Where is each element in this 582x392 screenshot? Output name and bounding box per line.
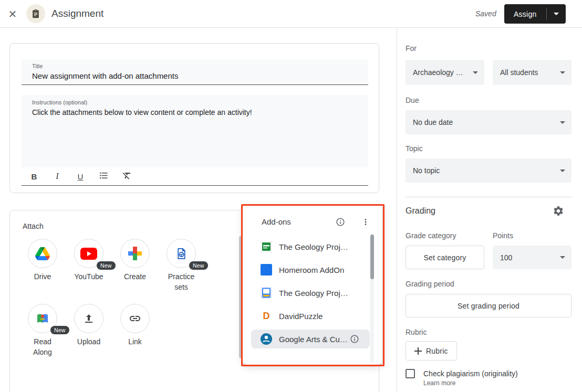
class-select[interactable]: Archaeology … — [406, 60, 484, 85]
title-field[interactable]: Title — [22, 59, 368, 85]
due-label: Due — [406, 96, 419, 104]
assignment-form-card: Title Instructions (optional) Click the … — [9, 43, 379, 193]
underline-button[interactable]: U — [75, 172, 86, 181]
chevron-down-icon — [560, 256, 565, 259]
attach-drive-button[interactable] — [28, 239, 57, 268]
addons-title: Add-ons — [262, 217, 291, 226]
davidpuzzle-icon: D — [261, 310, 272, 322]
youtube-new-badge: New — [97, 261, 116, 270]
title-field-label: Title — [32, 63, 43, 69]
grading-section-divider — [406, 197, 571, 197]
chevron-down-icon — [560, 169, 565, 172]
assign-split-button: Assign — [504, 4, 566, 24]
chevron-down-icon — [560, 121, 565, 124]
addons-popup: Add-ons The Geology Proj… Homeroom AddOn — [243, 206, 382, 365]
due-date-select[interactable]: No due date — [406, 110, 571, 134]
top-bar: ✕ Assignment Saved Assign — [0, 0, 582, 28]
clear-formatting-icon — [122, 171, 132, 181]
addon-item-davidpuzzle[interactable]: D DavidPuzzle — [243, 304, 382, 327]
addon-item-label: Google Arts & Cu… — [279, 335, 348, 344]
set-grading-period-button[interactable]: Set grading period — [406, 294, 571, 317]
bold-button[interactable]: B — [29, 172, 39, 181]
plus-icon — [414, 347, 422, 355]
attach-practice-sets-label: Practice sets — [163, 271, 200, 292]
geology-project-icon — [261, 241, 272, 252]
popup-scrollbar-track[interactable] — [370, 234, 374, 363]
formatting-toolbar: B I U — [22, 167, 368, 186]
attach-scrollbar[interactable] — [239, 236, 242, 358]
popup-scrollbar-thumb[interactable] — [370, 235, 374, 279]
chevron-down-icon — [560, 71, 565, 74]
addon-item-geology-2[interactable]: The Geology Proj… — [243, 281, 382, 304]
chevron-down-icon — [554, 13, 559, 15]
addon-item-homeroom[interactable]: Homeroom AddOn — [243, 258, 382, 281]
practice-sets-new-badge: New — [189, 261, 208, 270]
grade-category-label: Grade category — [406, 231, 456, 240]
three-dot-menu-icon — [361, 217, 370, 227]
plagiarism-checkbox[interactable] — [406, 369, 415, 378]
davidpuzzle-letter: D — [263, 310, 270, 322]
topic-select-value: No topic — [413, 166, 440, 175]
points-label: Points — [493, 231, 513, 240]
page-title: Assignment — [51, 8, 103, 19]
chevron-down-icon — [473, 71, 478, 74]
assignment-dialog: ✕ Assignment Saved Assign Title Instruct… — [0, 0, 582, 392]
drive-icon — [35, 247, 50, 260]
add-rubric-button[interactable]: Rubric — [406, 341, 457, 361]
add-rubric-button-label: Rubric — [426, 347, 448, 355]
addons-list: The Geology Proj… Homeroom AddOn The Geo… — [243, 235, 382, 351]
students-select[interactable]: All students — [493, 60, 571, 85]
for-label: For — [406, 44, 417, 52]
addons-info-button[interactable] — [336, 217, 345, 227]
saved-status: Saved — [475, 9, 496, 18]
points-select[interactable]: 100 — [493, 246, 571, 269]
info-icon — [336, 217, 345, 227]
assign-button[interactable]: Assign — [504, 4, 546, 24]
attach-link-label: Link — [112, 336, 158, 347]
link-icon — [129, 312, 141, 325]
addon-item-label: Homeroom AddOn — [279, 266, 344, 274]
assign-dropdown-button[interactable] — [547, 4, 566, 24]
google-arts-culture-icon — [261, 333, 272, 345]
attach-create-label: Create — [112, 271, 158, 282]
read-along-icon — [36, 312, 49, 325]
assignment-icon — [26, 4, 45, 23]
close-icon[interactable]: ✕ — [6, 8, 19, 20]
clear-formatting-button[interactable] — [121, 171, 132, 182]
addon-item-google-arts-culture[interactable]: Google Arts & Cu… — [243, 327, 382, 351]
addon-item-label: DavidPuzzle — [279, 312, 323, 321]
youtube-icon — [80, 248, 97, 260]
title-input[interactable] — [32, 71, 347, 80]
set-category-button[interactable]: Set category — [406, 246, 484, 269]
homeroom-addon-icon — [261, 264, 272, 276]
grading-period-label: Grading period — [406, 280, 454, 288]
addons-overflow-menu-button[interactable] — [361, 217, 370, 227]
students-select-value: All students — [500, 68, 538, 77]
attach-link-button[interactable] — [120, 304, 150, 333]
create-plus-icon — [128, 247, 142, 260]
clipboard-icon — [30, 8, 41, 19]
instructions-text[interactable]: Click the attachments below to view cont… — [32, 108, 358, 116]
instructions-field[interactable]: Instructions (optional) Click the attach… — [22, 95, 368, 167]
sidebar-divider — [397, 28, 397, 392]
grading-settings-button[interactable] — [553, 205, 564, 217]
addon-item-label: The Geology Proj… — [279, 242, 348, 251]
topic-select[interactable]: No topic — [406, 158, 571, 183]
upload-icon — [82, 312, 95, 325]
addon-info-button[interactable] — [350, 334, 359, 344]
attach-youtube-label: YouTube — [66, 271, 112, 282]
points-value: 100 — [500, 253, 512, 262]
attach-read-along-label: Read Along — [28, 336, 57, 357]
bulleted-list-icon — [99, 171, 109, 181]
plagiarism-label: Check plagiarism (originality) — [423, 369, 518, 378]
attach-upload-button[interactable] — [74, 304, 103, 333]
learn-more-link[interactable]: Learn more — [423, 379, 455, 387]
info-icon — [350, 334, 359, 344]
italic-button[interactable]: I — [52, 172, 63, 181]
bulleted-list-button[interactable] — [98, 171, 109, 182]
attach-create-button[interactable] — [120, 239, 150, 268]
practice-sets-icon — [175, 247, 188, 260]
instructions-field-label: Instructions (optional) — [32, 99, 87, 105]
attach-section-label: Attach — [23, 222, 44, 230]
addon-item-geology-1[interactable]: The Geology Proj… — [243, 235, 382, 258]
